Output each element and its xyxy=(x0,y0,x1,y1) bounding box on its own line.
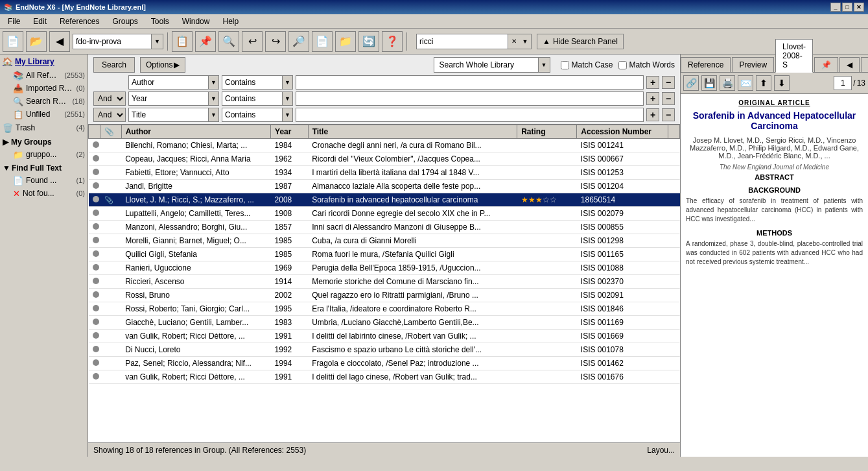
paste-button[interactable]: 📌 xyxy=(195,31,216,52)
table-row[interactable]: Di Nucci, Loreto 1992 Fascismo e spazio … xyxy=(89,343,680,357)
options-button[interactable]: Options ▶ xyxy=(140,57,185,73)
search-condition-1-arrow[interactable]: ▼ xyxy=(282,76,292,89)
rpanel-arrow-down-button[interactable]: ⬇ xyxy=(774,75,790,91)
reference-list-container[interactable]: 📎 Author Year Title Rating Accession Num… xyxy=(88,125,680,442)
sidebar-item-imported[interactable]: 📥 Imported Re... (0) xyxy=(0,82,88,95)
sidebar-item-all-references[interactable]: 📚 All Refer... (2553) xyxy=(0,69,88,82)
table-row[interactable]: Copeau, Jacques; Ricci, Anna Maria 1962 … xyxy=(89,152,680,166)
table-row[interactable]: Rossi, Bruno 2002 Quel ragazzo ero io Ri… xyxy=(89,289,680,302)
col-header-year[interactable]: Year xyxy=(271,125,309,139)
search-field-2[interactable]: Year ▼ xyxy=(128,91,219,106)
table-row[interactable]: van Gulik, Robert; Ricci Dèttore, ... 19… xyxy=(89,330,680,343)
sidebar-my-groups-header[interactable]: ▶ My Groups xyxy=(0,135,88,148)
col-header-attach[interactable]: 📎 xyxy=(100,125,121,139)
table-row[interactable]: Paz, Senel; Riccio, Alessandra; Nif... 1… xyxy=(89,357,680,370)
hide-search-panel-button[interactable]: ▲ Hide Search Panel xyxy=(537,34,624,49)
search-field-3-arrow[interactable]: ▼ xyxy=(208,108,218,121)
menu-edit[interactable]: Edit xyxy=(28,14,52,28)
match-words-label[interactable]: Match Words xyxy=(618,60,675,69)
search-field-1[interactable]: Author ▼ xyxy=(128,75,219,90)
quick-search-scope[interactable]: ▼ xyxy=(519,34,531,49)
search-row-3-remove[interactable]: − xyxy=(662,108,675,121)
col-header-title[interactable]: Title xyxy=(308,125,517,139)
find-button[interactable]: 🔎 xyxy=(288,31,309,52)
search-condition-3-arrow[interactable]: ▼ xyxy=(282,108,292,121)
folder-open-button[interactable]: 📁 xyxy=(335,31,356,52)
search-button-toolbar[interactable]: 🔍 xyxy=(218,31,239,52)
rpanel-arrow-up-button[interactable]: ⬆ xyxy=(756,75,771,91)
menu-help[interactable]: Help xyxy=(217,14,244,28)
tab-next-arrow[interactable]: ▶ xyxy=(861,57,868,72)
search-logic-3[interactable]: And xyxy=(93,108,126,122)
rpanel-save-button[interactable]: 💾 xyxy=(701,75,717,91)
search-field-1-arrow[interactable]: ▼ xyxy=(208,76,218,89)
tab-preview[interactable]: Preview xyxy=(732,57,774,72)
sidebar-item-search-results[interactable]: 🔍 Search Res... (18) xyxy=(0,95,88,108)
search-row-2-add[interactable]: + xyxy=(646,92,659,105)
sync-button[interactable]: 🔄 xyxy=(358,31,379,52)
restore-button[interactable]: □ xyxy=(842,3,852,12)
table-row[interactable]: Fabietti, Ettore; Vannucci, Atto 1934 I … xyxy=(89,166,680,180)
sidebar-find-full-text-header[interactable]: ▼ Find Full Text xyxy=(0,161,88,174)
search-row-2-remove[interactable]: − xyxy=(662,92,675,105)
table-row[interactable]: van Gulik, Robert; Ricci Dèttore, ... 19… xyxy=(89,370,680,384)
sidebar-item-found[interactable]: 📄 Found ... (1) xyxy=(0,174,88,187)
search-button[interactable]: Search xyxy=(93,57,135,73)
copy-button[interactable]: 📋 xyxy=(172,31,193,52)
table-row[interactable]: Quilici Gigli, Stefania 1985 Roma fuori … xyxy=(89,248,680,261)
sidebar-my-library-header[interactable]: 🏠 My Library xyxy=(0,54,88,69)
tab-reference[interactable]: Reference xyxy=(681,57,731,72)
tab-pin[interactable]: 📌 xyxy=(814,57,838,72)
search-row-1-add[interactable]: + xyxy=(646,76,659,89)
table-row[interactable]: Giacchè, Luciano; Gentili, Lamber... 198… xyxy=(89,316,680,330)
col-header-author[interactable]: Author xyxy=(121,125,270,139)
close-button[interactable]: ✕ xyxy=(854,3,864,12)
table-row[interactable]: Ranieri, Uguccione 1969 Perugia della Be… xyxy=(89,261,680,275)
match-case-label[interactable]: Match Case xyxy=(561,60,613,69)
match-words-checkbox[interactable] xyxy=(618,61,627,69)
sidebar-item-trash[interactable]: 🗑️ Trash (4) xyxy=(0,121,88,135)
table-row[interactable]: Manzoni, Alessandro; Borghi, Giu... 1857… xyxy=(89,221,680,234)
table-row[interactable]: 📎 Llovet, J. M.; Ricci, S.; Mazzaferro, … xyxy=(89,193,680,207)
table-row[interactable]: Bilenchi, Romano; Chiesi, Marta; ... 198… xyxy=(89,139,680,152)
menu-references[interactable]: References xyxy=(54,14,104,28)
undo-button[interactable]: ↩ xyxy=(242,31,263,52)
search-scope-arrow[interactable]: ▼ xyxy=(538,58,550,72)
sidebar-item-not-found[interactable]: ✕ Not fou... (0) xyxy=(0,187,88,200)
search-row-3-add[interactable]: + xyxy=(646,108,659,121)
new-reference-button[interactable]: 📄 xyxy=(3,31,23,52)
open-library-button[interactable]: 📂 xyxy=(26,31,47,52)
search-logic-2[interactable]: And xyxy=(93,91,126,106)
table-row[interactable]: Jandl, Brigitte 1987 Almanacco laziale A… xyxy=(89,180,680,193)
library-path-dropdown[interactable]: ▼ xyxy=(151,34,163,49)
search-condition-2[interactable]: Contains ▼ xyxy=(222,91,293,106)
pdf-button[interactable]: 📄 xyxy=(312,31,333,52)
sidebar-item-unfiled[interactable]: 📋 Unfiled (2551) xyxy=(0,108,88,121)
table-row[interactable]: Riccieri, Ascenso 1914 Memorie storiche … xyxy=(89,275,680,289)
menu-window[interactable]: Window xyxy=(177,14,215,28)
quick-search-clear[interactable]: ✕ xyxy=(508,34,519,49)
col-header-rating[interactable]: Rating xyxy=(517,125,577,139)
sidebar-item-group[interactable]: 📁 gruppo... (2) xyxy=(0,148,88,161)
table-row[interactable]: Rossi, Roberto; Tani, Giorgio; Carl... 1… xyxy=(89,302,680,316)
rpanel-page-input[interactable] xyxy=(834,76,852,90)
menu-groups[interactable]: Groups xyxy=(107,14,143,28)
search-value-1[interactable] xyxy=(296,75,644,90)
match-case-checkbox[interactable] xyxy=(561,61,569,69)
rpanel-open-link-button[interactable]: 🔗 xyxy=(683,75,699,91)
col-header-indicator[interactable] xyxy=(89,125,100,139)
rpanel-email-button[interactable]: ✉️ xyxy=(738,75,753,91)
library-path-input[interactable] xyxy=(73,34,151,49)
tab-prev-arrow[interactable]: ◀ xyxy=(839,57,860,72)
table-row[interactable]: Morelli, Gianni; Barnet, Miguel; O... 19… xyxy=(89,234,680,248)
menu-file[interactable]: File xyxy=(3,14,25,28)
rpanel-print-button[interactable]: 🖨️ xyxy=(720,75,735,91)
search-field-2-arrow[interactable]: ▼ xyxy=(208,92,218,105)
minimize-button[interactable]: _ xyxy=(830,3,841,12)
tab-pdf[interactable]: Llovet-2008-S xyxy=(775,39,813,73)
search-condition-1[interactable]: Contains ▼ xyxy=(222,75,293,90)
search-value-3[interactable] xyxy=(296,108,644,122)
quick-search-input[interactable] xyxy=(417,34,508,49)
redo-button[interactable]: ↪ xyxy=(265,31,286,52)
search-scope-dropdown[interactable]: Search Whole Library ▼ xyxy=(434,57,550,73)
